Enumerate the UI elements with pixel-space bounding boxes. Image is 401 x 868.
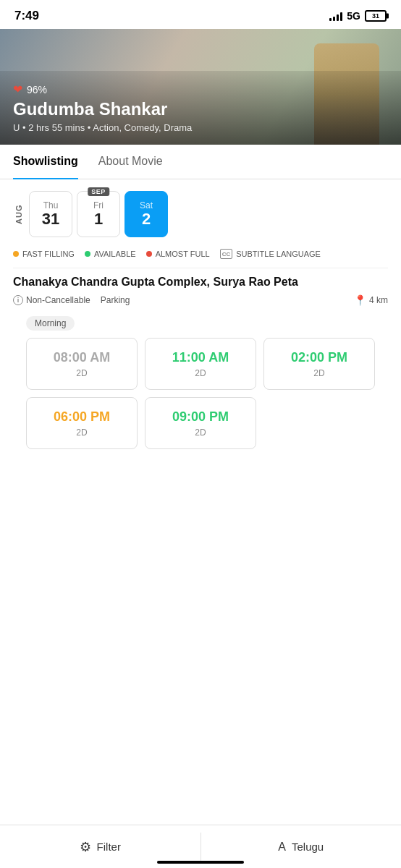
- showtime-1100[interactable]: 11:00 AM 2D: [145, 338, 256, 390]
- showtime-time: 09:00 PM: [172, 409, 229, 425]
- showtime-time: 06:00 PM: [54, 409, 110, 425]
- cc-icon: CC: [220, 249, 233, 259]
- morning-label-container: Morning: [26, 316, 375, 331]
- filter-icon: ⚙: [80, 839, 91, 855]
- battery-icon: 31: [365, 10, 387, 22]
- tabs-container: Showlisting About Movie: [0, 145, 401, 179]
- movie-meta: U • 2 hrs 55 mins • Action, Comedy, Dram…: [13, 122, 388, 133]
- showtime-grid-row2: 06:00 PM 2D 09:00 PM 2D: [26, 397, 375, 449]
- date-thu-31[interactable]: Thu 31: [29, 191, 72, 237]
- showtime-format: 2D: [76, 427, 87, 438]
- hero-overlay: ❤ 96% Gudumba Shankar U • 2 hrs 55 mins …: [0, 71, 401, 145]
- tab-showlisting[interactable]: Showlisting: [13, 145, 78, 179]
- status-bar: 7:49 5G 31: [0, 0, 401, 29]
- language-icon: A: [278, 841, 286, 854]
- movie-title: Gudumba Shankar: [13, 99, 388, 119]
- showtime-time: 11:00 AM: [172, 350, 229, 365]
- non-cancellable-label: Non-Cancellable: [26, 295, 90, 305]
- almost-full-dot: [146, 251, 152, 257]
- date-group: Thu 31 SEP Fri 1 Sat 2: [29, 191, 172, 237]
- showtime-0800[interactable]: 08:00 AM 2D: [26, 338, 138, 390]
- day-name: Fri: [93, 200, 104, 210]
- distance-value: 4 km: [369, 295, 388, 305]
- day-name: Thu: [43, 200, 59, 210]
- showtime-format: 2D: [195, 368, 206, 378]
- tab-about-movie[interactable]: About Movie: [98, 145, 163, 179]
- hero-banner: ❤ 96% Gudumba Shankar U • 2 hrs 55 mins …: [0, 29, 401, 145]
- legend-available: AVAILABLE: [85, 250, 136, 258]
- showtime-time: 08:00 AM: [54, 350, 110, 365]
- rating-text: 96%: [27, 84, 47, 95]
- legend-almost-full: ALMOST FULL: [146, 250, 210, 258]
- date-sat-2[interactable]: Sat 2: [124, 191, 168, 237]
- showtime-2100[interactable]: 09:00 PM 2D: [145, 397, 256, 449]
- date-selector: AUG Thu 31 SEP Fri 1 Sat 2: [0, 179, 401, 249]
- almost-full-label: ALMOST FULL: [156, 250, 210, 258]
- day-number: 1: [94, 210, 103, 228]
- showtime-grid-row1: 08:00 AM 2D 11:00 AM 2D 02:00 PM 2D: [26, 338, 375, 390]
- legend: FAST FILLING AVAILABLE ALMOST FULL CC SU…: [0, 249, 401, 268]
- legend-subtitle: CC SUBTITLE LANGUAGE: [220, 249, 321, 259]
- sep-badge: SEP: [88, 187, 109, 196]
- legend-fast-filling: FAST FILLING: [13, 250, 75, 258]
- day-name: Sat: [140, 200, 153, 210]
- available-label: AVAILABLE: [94, 250, 136, 258]
- day-number: 31: [42, 210, 59, 228]
- status-time: 7:49: [14, 9, 39, 23]
- showtime-format: 2D: [76, 368, 87, 378]
- filter-label: Filter: [97, 841, 121, 853]
- hero-rating: ❤ 96%: [13, 82, 388, 96]
- status-right: 5G 31: [329, 10, 387, 22]
- info-icon: i: [13, 295, 23, 305]
- theater-meta: i Non-Cancellable Parking 📍 4 km: [13, 294, 388, 306]
- signal-bars-icon: [329, 11, 342, 21]
- theater-section: Chanakya Chandra Gupta Complex, Surya Ra…: [0, 268, 401, 462]
- showtime-time: 02:00 PM: [291, 350, 347, 365]
- home-indicator: [157, 861, 244, 864]
- showtime-format: 2D: [195, 427, 206, 438]
- showtime-section: Morning 08:00 AM 2D 11:00 AM 2D 02:00 PM…: [13, 316, 388, 449]
- showtime-format: 2D: [313, 368, 324, 378]
- subtitle-label: SUBTITLE LANGUAGE: [236, 250, 321, 258]
- fast-filling-label: FAST FILLING: [22, 250, 75, 258]
- date-fri-1[interactable]: SEP Fri 1: [77, 191, 120, 237]
- theater-name: Chanakya Chandra Gupta Complex, Surya Ra…: [13, 276, 388, 289]
- parking-label: Parking: [101, 295, 130, 305]
- language-label: Telugu: [292, 841, 324, 853]
- heart-icon: ❤: [13, 82, 22, 96]
- showtime-1400[interactable]: 02:00 PM 2D: [263, 338, 375, 390]
- theater-meta-left: i Non-Cancellable Parking: [13, 295, 130, 305]
- network-type: 5G: [347, 10, 360, 22]
- showtime-1800[interactable]: 06:00 PM 2D: [26, 397, 138, 449]
- pin-icon: 📍: [354, 294, 366, 306]
- day-number: 2: [142, 210, 151, 228]
- available-dot: [85, 251, 90, 257]
- distance: 📍 4 km: [354, 294, 388, 306]
- month-aug-label: AUG: [13, 191, 25, 237]
- fast-filling-dot: [13, 251, 19, 257]
- morning-label: Morning: [26, 316, 75, 331]
- non-cancellable: i Non-Cancellable: [13, 295, 90, 305]
